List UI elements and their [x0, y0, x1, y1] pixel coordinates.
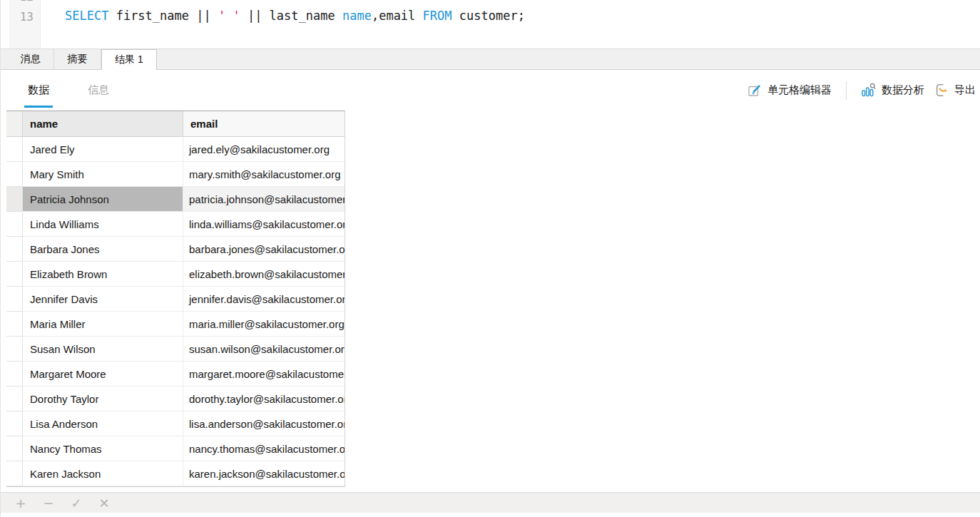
subtab-info[interactable]: 信息 [84, 73, 113, 108]
cell-email[interactable]: linda.williams@sakilacustomer.org [183, 212, 344, 237]
cell-email[interactable]: lisa.anderson@sakilacustomer.org [183, 411, 344, 436]
cell-name[interactable]: Dorothy Taylor [23, 387, 183, 411]
sql-code-line[interactable]: SELECT first_name || ' ' || last_name na… [41, 0, 980, 48]
table-row: Dorothy Taylordorothy.taylor@sakilacusto… [6, 387, 344, 411]
cell-editor-button[interactable]: 单元格编辑器 [746, 80, 833, 101]
sql-editor[interactable]: 12 13 SELECT first_name || ' ' || last_n… [1, 0, 980, 48]
line-number: 12 [9, 0, 40, 7]
cell-name[interactable]: Susan Wilson [23, 337, 183, 362]
line-number-gutter: 12 13 [9, 0, 41, 48]
column-header-email[interactable]: email [183, 111, 344, 136]
query-result-panel: 12 13 SELECT first_name || ' ' || last_n… [0, 0, 980, 517]
table-row: Elizabeth Brownelizabeth.brown@sakilacus… [6, 262, 344, 287]
sql-token-plain: customer; [452, 9, 525, 23]
discard-changes-icon[interactable]: ✕ [96, 496, 112, 511]
cell-name[interactable]: Jennifer Davis [23, 287, 183, 312]
cell-email[interactable]: jennifer.davis@sakilacustomer.org [183, 287, 344, 312]
cell-name[interactable]: Patricia Johnson [23, 187, 183, 212]
apply-changes-icon[interactable]: ✓ [68, 496, 84, 511]
cell-email[interactable]: mary.smith@sakilacustomer.org [183, 162, 344, 187]
cell-email[interactable]: susan.wilson@sakilacustomer.org [183, 337, 344, 362]
cell-email[interactable]: margaret.moore@sakilacustomer.org [183, 362, 344, 387]
cell-name[interactable]: Nancy Thomas [23, 436, 183, 461]
column-header-name[interactable]: name [23, 111, 183, 136]
table-row: Karen Jacksonkaren.jackson@sakilacustome… [6, 461, 344, 486]
result-content: 数据 信息 单元格编辑器 [1, 70, 980, 492]
bar-chart-search-icon [861, 83, 877, 98]
tab-summary[interactable]: 摘要 [54, 49, 101, 69]
cell-name[interactable]: Maria Miller [23, 312, 183, 337]
cell-email[interactable]: maria.miller@sakilacustomer.org [183, 312, 344, 337]
cell-editor-label: 单元格编辑器 [767, 83, 832, 97]
row-selector[interactable] [6, 436, 23, 461]
export-icon [934, 83, 949, 98]
sql-token-plain: first_name || [108, 9, 218, 23]
cell-email[interactable]: nancy.thomas@sakilacustomer.org [183, 436, 344, 461]
cell-email[interactable]: patricia.johnson@sakilacustomer.org [183, 187, 344, 212]
export-button[interactable]: 导出 [933, 80, 977, 101]
cell-name[interactable]: Lisa Anderson [23, 411, 183, 436]
cell-name[interactable]: Margaret Moore [23, 362, 183, 387]
cell-email[interactable]: elizabeth.brown@sakilacustomer.org [183, 262, 344, 287]
line-number: 13 [9, 7, 40, 27]
row-selector[interactable] [6, 162, 23, 187]
row-selector[interactable] [6, 362, 23, 387]
add-record-icon[interactable]: + [13, 496, 29, 511]
result-table: name email Jared Elyjared.ely@sakilacust… [6, 111, 345, 487]
sql-token-plain: || last_name [240, 9, 342, 23]
cell-email[interactable]: jared.ely@sakilacustomer.org [183, 137, 344, 162]
table-row: Maria Millermaria.miller@sakilacustomer.… [6, 312, 344, 337]
result-subtabs: 数据 信息 [24, 70, 113, 111]
table-row: Jennifer Davisjennifer.davis@sakilacusto… [6, 287, 344, 312]
sql-token-keyword: SELECT [65, 9, 108, 23]
cell-name[interactable]: Elizabeth Brown [23, 262, 183, 287]
table-row: Margaret Mooremargaret.moore@sakilacusto… [6, 362, 344, 387]
cell-name[interactable]: Barbara Jones [23, 237, 183, 262]
table-row: Nancy Thomasnancy.thomas@sakilacustomer.… [6, 436, 344, 461]
table-header-row: name email [6, 111, 344, 137]
table-row: Linda Williamslinda.williams@sakilacusto… [6, 212, 344, 237]
delete-record-icon[interactable]: − [41, 496, 56, 511]
sql-token-plain: ,email [372, 9, 423, 23]
pencil-icon [747, 83, 762, 98]
table-row: Lisa Andersonlisa.anderson@sakilacustome… [6, 411, 344, 436]
row-selector[interactable] [6, 312, 23, 337]
cell-name[interactable]: Karen Jackson [23, 461, 183, 486]
cell-name[interactable]: Jared Ely [23, 137, 183, 162]
select-all-corner[interactable] [6, 111, 23, 136]
result-table-body: Jared Elyjared.ely@sakilacustomer.orgMar… [6, 137, 344, 486]
cell-email[interactable]: barbara.jones@sakilacustomer.org [183, 237, 344, 262]
table-row: Barbara Jonesbarbara.jones@sakilacustome… [6, 237, 344, 262]
row-selector[interactable] [6, 262, 23, 287]
cell-name[interactable]: Mary Smith [23, 162, 183, 187]
table-row: Mary Smithmary.smith@sakilacustomer.org [6, 162, 344, 187]
sql-token-keyword: name [342, 9, 372, 23]
toolbar-divider [846, 81, 847, 100]
cell-name[interactable]: Linda Williams [23, 212, 183, 237]
row-selector[interactable] [6, 187, 23, 212]
result-actions: 单元格编辑器 数据分析 [746, 80, 977, 101]
cell-email[interactable]: karen.jackson@sakilacustomer.org [183, 461, 344, 486]
row-selector[interactable] [6, 461, 23, 486]
subtab-data[interactable]: 数据 [24, 73, 53, 108]
tab-messages[interactable]: 消息 [7, 49, 54, 69]
row-selector[interactable] [6, 287, 23, 312]
cell-email[interactable]: dorothy.taylor@sakilacustomer.org [183, 387, 344, 411]
export-label: 导出 [954, 83, 976, 97]
result-toolbar: 数据 信息 单元格编辑器 [1, 70, 980, 111]
sql-token-keyword: FROM [423, 9, 452, 23]
row-selector[interactable] [6, 137, 23, 162]
result-tab-bar: 消息 摘要 结果 1 [1, 48, 980, 70]
data-analysis-label: 数据分析 [882, 83, 924, 97]
row-selector[interactable] [6, 411, 23, 436]
row-selector[interactable] [6, 212, 23, 237]
row-selector[interactable] [6, 337, 23, 362]
tab-result-1[interactable]: 结果 1 [101, 49, 157, 70]
row-selector[interactable] [6, 237, 23, 262]
data-analysis-button[interactable]: 数据分析 [859, 80, 926, 101]
sql-token-string: ' ' [218, 9, 240, 23]
table-row: Patricia Johnsonpatricia.johnson@sakilac… [6, 187, 344, 212]
table-row: Jared Elyjared.ely@sakilacustomer.org [6, 137, 344, 162]
record-toolbar: +−✓✕ [1, 492, 980, 513]
row-selector[interactable] [6, 387, 23, 411]
